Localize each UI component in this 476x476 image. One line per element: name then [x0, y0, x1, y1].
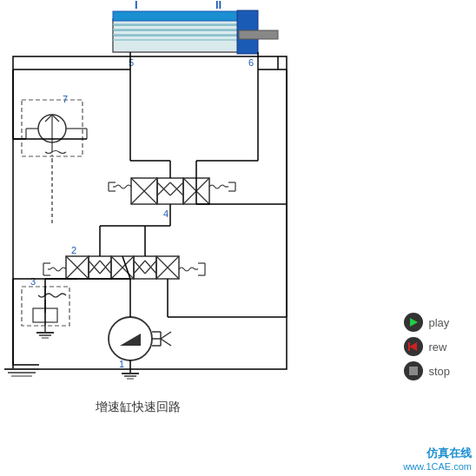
- label-II: II: [215, 0, 221, 11]
- circuit-diagram: I II III 5 6 7: [0, 0, 347, 408]
- stop-label: stop: [428, 365, 450, 378]
- svg-point-97: [109, 317, 152, 360]
- rew-label: rew: [428, 340, 446, 354]
- label-5: 5: [129, 57, 134, 68]
- svg-rect-65: [89, 256, 111, 279]
- label-I: I: [135, 0, 138, 11]
- rew-icon: [404, 337, 423, 356]
- controls-panel: play rew stop: [404, 313, 450, 380]
- label-2: 2: [71, 245, 76, 255]
- label-1: 1: [119, 359, 124, 369]
- rew-button[interactable]: rew: [404, 337, 450, 356]
- label-4: 4: [163, 208, 169, 219]
- svg-rect-12: [239, 30, 278, 39]
- svg-line-103: [161, 332, 171, 339]
- label-6: 6: [248, 57, 254, 68]
- label-3: 3: [30, 276, 36, 287]
- play-icon: [404, 313, 423, 332]
- label-7: 7: [63, 94, 68, 104]
- svg-marker-127: [409, 342, 417, 351]
- watermark: 仿真在线 www.1CAE.com: [403, 446, 472, 472]
- stop-button[interactable]: stop: [404, 361, 450, 380]
- svg-rect-10: [113, 11, 239, 21]
- stop-icon: [404, 361, 423, 380]
- svg-rect-128: [408, 342, 410, 351]
- svg-marker-126: [410, 318, 418, 327]
- watermark-line1: 仿真在线: [403, 446, 472, 461]
- svg-rect-129: [409, 367, 418, 375]
- svg-rect-73: [134, 256, 156, 279]
- play-button[interactable]: play: [404, 313, 450, 332]
- main-container: I II III 5 6 7: [0, 0, 476, 476]
- watermark-line2: www.1CAE.com: [403, 461, 472, 472]
- label-III: III: [245, 19, 253, 30]
- play-label: play: [428, 316, 449, 329]
- svg-line-106: [122, 256, 130, 279]
- svg-line-104: [161, 339, 171, 346]
- svg-marker-98: [120, 334, 141, 346]
- chinese-caption: 增速缸快速回路: [96, 400, 181, 415]
